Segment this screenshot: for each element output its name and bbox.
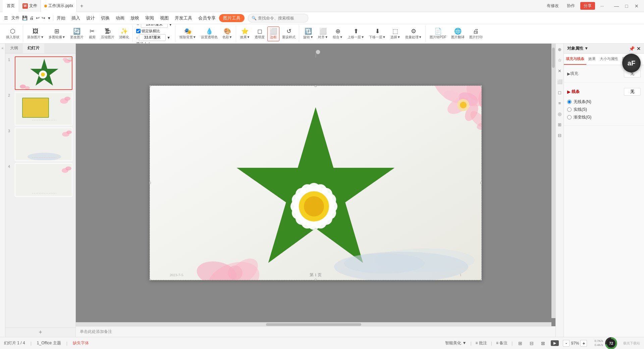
- close-button[interactable]: ✕: [632, 1, 641, 11]
- slide-thumb-4[interactable]: [15, 163, 72, 197]
- strip-icon-5[interactable]: ◻: [556, 89, 564, 96]
- align-btn[interactable]: ⬜ 对齐▼: [316, 27, 330, 41]
- reset-style-btn[interactable]: ↺ 重设样式: [280, 27, 298, 41]
- modify-button[interactable]: 有修改: [544, 2, 561, 10]
- menu-member[interactable]: 会员专享: [196, 14, 218, 22]
- wps-file-tab[interactable]: W 文件: [19, 0, 41, 12]
- tab-size-props[interactable]: 大小与属性: [598, 54, 620, 65]
- width-dropdown[interactable]: ▼: [169, 24, 172, 27]
- slide-item-2[interactable]: 2: [8, 92, 73, 126]
- panel-close-icon[interactable]: ✕: [637, 46, 641, 51]
- line-title-chevron[interactable]: ▶: [567, 90, 570, 94]
- batch-process-btn[interactable]: ⚙ 批量处理▼: [403, 27, 424, 41]
- insert-shape-btn[interactable]: ⬡ 插入形状: [4, 27, 21, 41]
- redo-icon[interactable]: ↪: [41, 15, 46, 20]
- panel-pin-icon[interactable]: 📌: [629, 46, 635, 51]
- slide-thumb-2[interactable]: [15, 92, 72, 126]
- menu-start[interactable]: 开始: [54, 14, 68, 22]
- radio-no-line[interactable]: 无线条(N): [567, 99, 641, 105]
- clearify-btn[interactable]: ✨ 清晰化: [117, 27, 131, 41]
- menu-animation[interactable]: 动画: [113, 14, 127, 22]
- menu-developer[interactable]: 开发工具: [172, 14, 195, 22]
- slide-item-3[interactable]: 3: [8, 128, 73, 161]
- print-icon[interactable]: 🖨: [29, 15, 35, 20]
- strip-icon-4[interactable]: ⬜: [556, 78, 564, 85]
- strip-icon-9[interactable]: ⊟: [556, 132, 564, 139]
- height-input[interactable]: [139, 34, 166, 41]
- crop-btn[interactable]: ✂ 裁剪: [86, 27, 98, 41]
- radio-solid-line[interactable]: 实线(S): [567, 107, 641, 112]
- tab-fill-line[interactable]: 填充与线条: [564, 54, 586, 65]
- menu-insert[interactable]: 插入: [69, 14, 83, 22]
- set-transparent-btn[interactable]: 💧 设置透明色: [199, 27, 220, 41]
- annotation[interactable]: ≡ 批注: [476, 340, 487, 346]
- share-button[interactable]: 分享: [580, 2, 595, 10]
- radio-solid-line-input[interactable]: [567, 107, 572, 112]
- add-slide-button[interactable]: +: [5, 328, 75, 337]
- menu-slideshow[interactable]: 放映: [128, 14, 142, 22]
- width-input[interactable]: [141, 24, 168, 28]
- pic-to-pdf-btn[interactable]: 📄 图片转PDF: [428, 27, 448, 41]
- menu-review[interactable]: 审阅: [143, 14, 157, 22]
- remove-bg-btn[interactable]: 🎭 抠除背景▼: [177, 27, 198, 41]
- add-picture-btn[interactable]: 🖼 添加图片▼: [25, 27, 46, 41]
- strip-icon-6[interactable]: ≡: [556, 99, 564, 107]
- lock-ratio-checkbox[interactable]: [136, 29, 141, 33]
- radio-gradient-line[interactable]: 渐变线(G): [567, 114, 641, 120]
- collaborate-button[interactable]: 协作: [564, 2, 578, 10]
- file-menu-item[interactable]: 文件: [10, 15, 21, 21]
- play-btn[interactable]: ▶: [551, 340, 559, 346]
- multi-crop-btn[interactable]: ⊞ 多图轮播▼: [47, 27, 67, 41]
- change-pic-btn[interactable]: 🔄 更改图片: [68, 27, 86, 41]
- horizontal-scrollbar[interactable]: [76, 322, 551, 326]
- horizontal-scrollbar-thumb[interactable]: [266, 323, 361, 326]
- slide-thumb-1[interactable]: [15, 56, 72, 90]
- height-dropdown[interactable]: ▼: [167, 36, 170, 40]
- outline-tab[interactable]: 大纲: [5, 44, 23, 53]
- more-button[interactable]: ···: [598, 3, 606, 9]
- tab-effects[interactable]: 效果: [586, 54, 598, 65]
- slide-item-1[interactable]: 1: [8, 56, 73, 90]
- colorize-btn[interactable]: 🎨 色彩▼: [220, 27, 234, 41]
- strip-icon-8[interactable]: ⊞: [556, 121, 564, 128]
- minimize-button[interactable]: —: [612, 1, 621, 11]
- save-icon[interactable]: 💾: [21, 15, 28, 20]
- effects-btn[interactable]: ⭐ 效果▼: [238, 27, 252, 41]
- rotation-handle-top[interactable]: [316, 50, 320, 54]
- move-up-btn[interactable]: ⬆ 上移一层▼: [345, 27, 366, 41]
- menu-view[interactable]: 视图: [157, 14, 171, 22]
- search-input[interactable]: [258, 16, 302, 20]
- maximize-button[interactable]: □: [622, 1, 631, 11]
- slides-tab[interactable]: 幻灯片: [23, 44, 44, 53]
- translate-btn[interactable]: 🌐 图片翻译: [449, 27, 467, 41]
- pptx-tab[interactable]: 工作演示.pptx: [41, 0, 77, 12]
- menu-transition[interactable]: 切换: [98, 14, 112, 22]
- new-tab-button[interactable]: +: [77, 3, 87, 9]
- rotate-btn[interactable]: 🔃 旋转▼: [301, 27, 315, 41]
- menu-picture-tool[interactable]: 图片工具: [219, 14, 245, 22]
- menu-design[interactable]: 设计: [84, 14, 98, 22]
- move-down-btn[interactable]: ⬇ 下移一层▼: [367, 27, 388, 41]
- menu-icon[interactable]: ☰: [3, 15, 9, 20]
- border-btn[interactable]: ⬜ 边框: [267, 27, 279, 41]
- transparency-btn[interactable]: ◻ 透明度: [253, 27, 267, 41]
- slide-thumb-3[interactable]: [15, 128, 72, 161]
- reader-view-btn[interactable]: ⊠: [539, 340, 547, 347]
- grid-view-btn[interactable]: ⊟: [528, 340, 535, 347]
- radio-gradient-line-input[interactable]: [567, 115, 572, 119]
- search-box[interactable]: 🔍: [248, 14, 308, 22]
- compress-btn[interactable]: 🗜 压缩图片: [99, 27, 116, 41]
- vertical-scrollbar[interactable]: [551, 44, 555, 318]
- panel-toggle[interactable]: «: [0, 44, 5, 337]
- strip-icon-7[interactable]: ◎: [556, 110, 564, 117]
- slide-frame[interactable]: 第 1 页 2023-7-5 1: [150, 86, 482, 280]
- strip-icon-2[interactable]: ☆: [556, 56, 564, 64]
- more-quick-icon[interactable]: ▼: [47, 16, 52, 20]
- ai-beautify[interactable]: 智能美化 ▼: [445, 340, 466, 346]
- strip-icon-1[interactable]: ⊕: [556, 46, 564, 53]
- zoom-in-btn[interactable]: +: [580, 340, 587, 347]
- home-tab[interactable]: 首页: [3, 0, 19, 12]
- missing-font[interactable]: 缺失字体: [73, 340, 89, 346]
- radio-no-line-input[interactable]: [567, 100, 572, 104]
- undo-icon[interactable]: ↩: [35, 15, 40, 20]
